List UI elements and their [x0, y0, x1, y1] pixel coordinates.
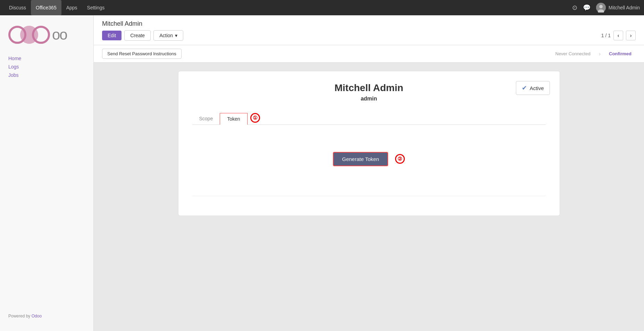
sidebar-item-home[interactable]: Home — [4, 54, 89, 63]
sidebar: oo Home Logs Jobs Powered by Odoo — [0, 15, 94, 331]
content-area: Mitchell Admin Edit Create Action ▾ 1 / … — [94, 15, 644, 331]
tab-scope[interactable]: Scope — [192, 113, 220, 124]
action-label: Action — [159, 33, 173, 38]
topnav-item-discuss[interactable]: Discuss — [4, 0, 31, 15]
chat-icon[interactable]: 💬 — [583, 4, 591, 11]
status-never-connected: Never Connected — [551, 50, 595, 58]
sidebar-footer: Powered by Odoo — [0, 308, 93, 324]
clock-icon[interactable]: ⊙ — [572, 4, 577, 11]
user-name: Mitchell Admin — [609, 5, 640, 10]
sidebar-navigation: Home Logs Jobs — [0, 54, 93, 79]
topnav-item-apps[interactable]: Apps — [61, 0, 82, 15]
tab-token-content: Generate Token ② — [192, 125, 546, 187]
action-button[interactable]: Action ▾ — [153, 30, 183, 41]
sidebar-item-jobs[interactable]: Jobs — [4, 71, 89, 79]
user-menu[interactable]: Mitchell Admin — [596, 3, 640, 13]
create-button[interactable]: Create — [124, 30, 151, 41]
form-card: ✔ Active Mitchell Admin admin Scope Toke… — [178, 71, 560, 216]
active-label: Active — [530, 85, 544, 91]
odoo-link[interactable]: Odoo — [32, 314, 42, 318]
next-page-button[interactable]: › — [626, 31, 636, 40]
divider — [192, 196, 546, 196]
tab-token[interactable]: Token — [220, 113, 247, 125]
user-login: admin — [192, 96, 546, 102]
top-navigation: Discuss Office365 Apps Settings ⊙ 💬 Mitc… — [0, 0, 644, 15]
edit-button[interactable]: Edit — [102, 31, 122, 40]
page-title: Mitchell Admin — [102, 15, 636, 30]
active-badge[interactable]: ✔ Active — [516, 81, 550, 95]
checkmark-icon: ✔ — [522, 84, 527, 92]
status-arrow-icon: › — [599, 51, 601, 57]
form-tabs: Scope Token ① — [192, 113, 546, 125]
topnav-item-settings[interactable]: Settings — [82, 0, 110, 15]
prev-page-button[interactable]: ‹ — [613, 31, 623, 40]
send-reset-password-button[interactable]: Send Reset Password Instructions — [102, 49, 182, 59]
sidebar-item-logs[interactable]: Logs — [4, 63, 89, 71]
avatar — [596, 3, 606, 13]
annotation-2: ② — [395, 154, 405, 164]
pagination: 1 / 1 ‹ › — [601, 31, 636, 40]
form-header: Mitchell Admin Edit Create Action ▾ 1 / … — [94, 15, 644, 45]
topnav-item-office365[interactable]: Office365 — [31, 0, 61, 15]
status-bar: Send Reset Password Instructions Never C… — [94, 45, 644, 63]
user-display-name: Mitchell Admin — [192, 82, 546, 94]
generate-token-button[interactable]: Generate Token — [333, 152, 388, 166]
form-toolbar: Edit Create Action ▾ 1 / 1 ‹ › — [102, 30, 636, 45]
annotation-1: ① — [250, 113, 260, 123]
chevron-down-icon: ▾ — [175, 33, 177, 38]
pagination-count: 1 / 1 — [601, 33, 611, 38]
status-confirmed: Confirmed — [605, 50, 636, 58]
form-body: ✔ Active Mitchell Admin admin Scope Toke… — [94, 63, 644, 331]
logo: oo — [0, 22, 93, 54]
svg-point-1 — [599, 5, 603, 8]
